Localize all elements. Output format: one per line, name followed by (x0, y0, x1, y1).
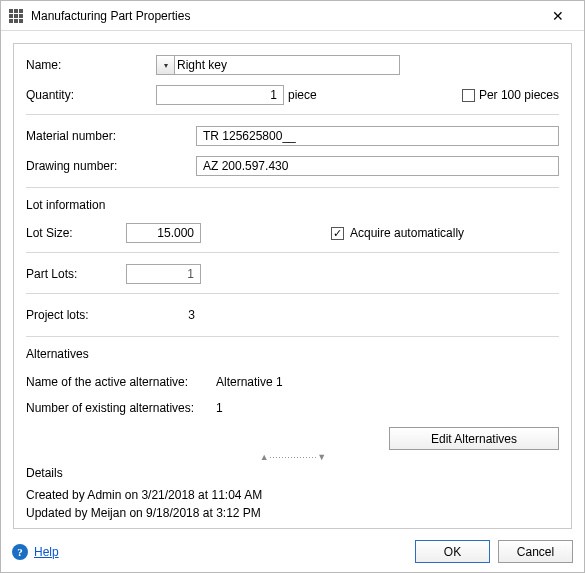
alternatives-count-label: Number of existing alternatives: (26, 401, 216, 415)
acquire-auto-checkbox[interactable]: Acquire automatically (331, 226, 464, 240)
checkbox-icon (462, 89, 475, 102)
window-title: Manufacturing Part Properties (31, 9, 538, 23)
material-number-input[interactable] (196, 126, 559, 146)
per-100-label: Per 100 pieces (479, 88, 559, 102)
help-icon[interactable]: ? (12, 544, 28, 560)
name-label: Name: (26, 58, 156, 72)
per-100-checkbox[interactable]: Per 100 pieces (462, 88, 559, 102)
help-link[interactable]: Help (34, 545, 59, 559)
alternatives-count-value: 1 (216, 401, 223, 415)
divider (26, 187, 559, 188)
name-input[interactable] (175, 56, 399, 74)
part-lots-input (126, 264, 201, 284)
quantity-label: Quantity: (26, 88, 156, 102)
alternatives-title: Alternatives (26, 347, 559, 361)
part-lots-label: Part Lots: (26, 267, 126, 281)
lot-info-title: Lot information (26, 198, 559, 212)
created-text: Created by Admin on 3/21/2018 at 11:04 A… (26, 488, 262, 502)
active-alternative-label: Name of the active alternative: (26, 375, 216, 389)
lot-size-label: Lot Size: (26, 226, 126, 240)
divider (26, 252, 559, 253)
drawing-number-label: Drawing number: (26, 159, 196, 173)
acquire-auto-label: Acquire automatically (350, 226, 464, 240)
main-panel: Name: ▾ Quantity: piece Per 100 pieces M… (13, 43, 572, 529)
details-title: Details (26, 466, 559, 480)
updated-text: Updated by Meijan on 9/18/2018 at 3:12 P… (26, 506, 261, 520)
close-button[interactable]: ✕ (538, 2, 578, 30)
quantity-input[interactable] (156, 85, 284, 105)
divider (26, 114, 559, 115)
project-lots-label: Project lots: (26, 308, 126, 322)
project-lots-value: 3 (126, 308, 201, 322)
material-number-label: Material number: (26, 129, 196, 143)
divider (26, 293, 559, 294)
titlebar: Manufacturing Part Properties ✕ (1, 1, 584, 31)
app-icon (9, 9, 23, 23)
name-dropdown-icon[interactable]: ▾ (157, 56, 175, 74)
edit-alternatives-button[interactable]: Edit Alternatives (389, 427, 559, 450)
cancel-button[interactable]: Cancel (498, 540, 573, 563)
quantity-unit: piece (288, 88, 317, 102)
active-alternative-value: Alternative 1 (216, 375, 283, 389)
divider (26, 336, 559, 337)
name-field[interactable]: ▾ (156, 55, 400, 75)
splitter-handle[interactable]: ▲ · · · · · · · · · · · · · · · · ▼ (26, 452, 559, 462)
ok-button[interactable]: OK (415, 540, 490, 563)
checkbox-icon (331, 227, 344, 240)
drawing-number-input[interactable] (196, 156, 559, 176)
lot-size-input[interactable] (126, 223, 201, 243)
